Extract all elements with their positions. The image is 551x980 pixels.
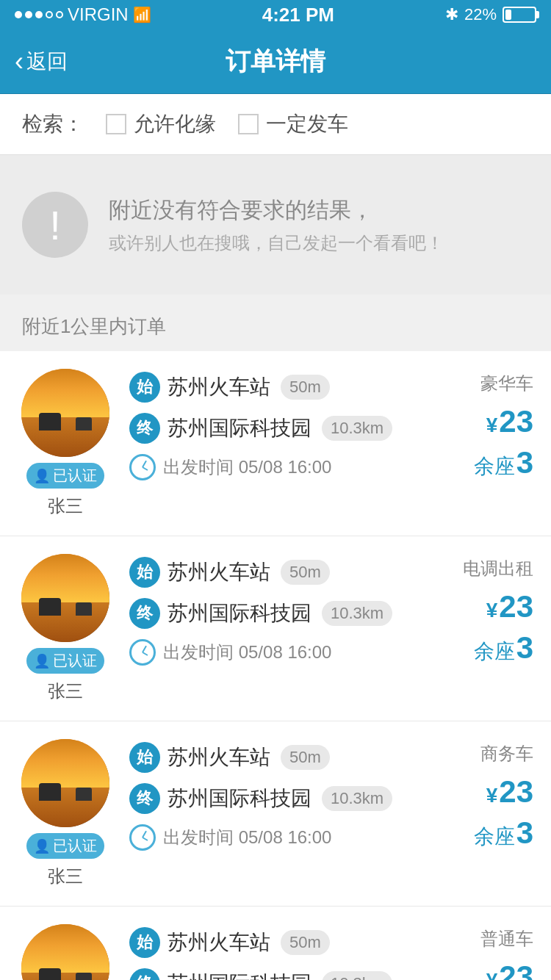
car-type: 电调出租 xyxy=(463,557,533,580)
avatar-water xyxy=(21,602,109,642)
end-badge: 终 xyxy=(129,413,160,444)
section-header: 附近1公里内订单 xyxy=(0,302,551,351)
seats-label: 余座 xyxy=(474,638,515,666)
status-right: ✱ 22% xyxy=(445,5,536,24)
order-info: 始 苏州火车站 50m 终 苏州国际科技园 10.3km 出发时间 05/08 … xyxy=(129,554,429,666)
avatar-rock1 xyxy=(39,968,61,980)
avatar-wrap: 👤 已认证 张三 xyxy=(18,739,113,888)
seats: 余座 3 xyxy=(474,630,533,666)
order-right: 电调出租 ¥ 23 余座 3 xyxy=(445,554,533,666)
avatar-water xyxy=(21,788,109,827)
order-card-3[interactable]: 👤 已认证 张三 始 苏州火车站 50m 终 苏州国际科技园 10.3km 出发… xyxy=(0,721,551,907)
end-distance: 10.3km xyxy=(322,601,392,626)
seats: 余座 3 xyxy=(474,815,533,851)
start-location: 苏州火车站 xyxy=(168,929,270,956)
depart-time: 出发时间 05/08 16:00 xyxy=(163,455,331,479)
avatar-rock2 xyxy=(76,973,92,980)
verified-label: 已认证 xyxy=(53,836,97,856)
clock-icon xyxy=(129,639,156,666)
price: ¥ 23 xyxy=(486,404,533,439)
end-badge: 终 xyxy=(129,598,160,629)
avatar-sky xyxy=(21,554,109,607)
end-badge: 终 xyxy=(129,783,160,814)
start-location: 苏州火车站 xyxy=(168,558,270,586)
price-value: 23 xyxy=(499,959,533,980)
start-row: 始 苏州火车站 50m xyxy=(129,742,429,773)
price: ¥ 23 xyxy=(486,589,533,624)
bluetooth-icon: ✱ xyxy=(445,5,458,24)
back-label: 返回 xyxy=(26,48,68,76)
avatar-water xyxy=(21,973,109,980)
no-results-sub: 或许别人也在搜哦，自己发起一个看看吧！ xyxy=(109,231,444,255)
seats-number: 3 xyxy=(516,630,533,666)
order-right: 普通车 ¥ 23 余座 3 xyxy=(445,924,533,980)
battery-percent: 22% xyxy=(464,5,497,24)
price-value: 23 xyxy=(499,774,533,810)
avatar-sky xyxy=(21,924,109,977)
start-row: 始 苏州火车站 50m xyxy=(129,557,429,588)
seats-label: 余座 xyxy=(474,453,515,480)
avatar-rock1 xyxy=(39,783,61,801)
page-title: 订单详情 xyxy=(226,45,325,79)
start-badge: 始 xyxy=(129,927,160,958)
time-row: 出发时间 05/08 16:00 xyxy=(129,824,429,851)
end-row: 终 苏州国际科技园 10.3km xyxy=(129,968,429,980)
avatar-image xyxy=(21,924,109,980)
no-results-text: 附近没有符合要求的结果， 或许别人也在搜哦，自己发起一个看看吧！ xyxy=(109,195,444,255)
dot5 xyxy=(56,11,63,18)
battery-icon xyxy=(503,7,536,23)
verified-badge: 👤 已认证 xyxy=(26,648,104,674)
end-distance: 10.3km xyxy=(322,416,392,441)
avatar-wrap: 👤 已认证 张三 xyxy=(18,369,113,518)
depart-time: 出发时间 05/08 16:00 xyxy=(163,826,331,849)
start-distance: 50m xyxy=(281,745,330,770)
end-distance: 10.3km xyxy=(322,971,392,980)
avatar-image xyxy=(21,739,109,827)
checkbox-fache[interactable] xyxy=(238,114,259,134)
status-left: VIRGIN 📶 xyxy=(15,4,151,25)
order-info: 始 苏州火车站 50m 终 苏州国际科技园 10.3km 出发时间 05/08 … xyxy=(129,369,429,480)
start-badge: 始 xyxy=(129,372,160,403)
search-label: 检索： xyxy=(22,110,84,138)
order-card-1[interactable]: 👤 已认证 张三 始 苏州火车站 50m 终 苏州国际科技园 10.3km 出发… xyxy=(0,351,551,536)
status-bar: VIRGIN 📶 4:21 PM ✱ 22% xyxy=(0,0,551,29)
no-results-main: 附近没有符合要求的结果， xyxy=(109,195,444,226)
checkbox-huayuan[interactable] xyxy=(106,114,126,134)
order-card-2[interactable]: 👤 已认证 张三 始 苏州火车站 50m 终 苏州国际科技园 10.3km 出发… xyxy=(0,536,551,721)
search-option-1[interactable]: 允许化缘 xyxy=(106,110,216,138)
avatar-wrap: 👤 已认证 张三 xyxy=(18,924,113,980)
avatar-sky xyxy=(21,369,109,422)
dot1 xyxy=(15,11,22,18)
start-distance: 50m xyxy=(281,930,330,955)
verified-icon: 👤 xyxy=(34,653,50,669)
verified-label: 已认证 xyxy=(53,466,97,486)
avatar-rock2 xyxy=(76,417,92,430)
dot2 xyxy=(25,11,32,18)
verified-label: 已认证 xyxy=(53,651,97,671)
avatar-wrap: 👤 已认证 张三 xyxy=(18,554,113,703)
avatar-rock2 xyxy=(76,788,92,801)
avatar-scene xyxy=(21,554,109,642)
depart-time: 出发时间 05/08 16:00 xyxy=(163,641,331,664)
order-right: 豪华车 ¥ 23 余座 3 xyxy=(445,369,533,480)
avatar-rock1 xyxy=(39,413,61,430)
end-row: 终 苏州国际科技园 10.3km xyxy=(129,598,429,629)
avatar-scene xyxy=(21,369,109,457)
order-info: 始 苏州火车站 50m 终 苏州国际科技园 10.3km 出发时间 05/08 … xyxy=(129,924,429,980)
user-name: 张三 xyxy=(48,865,83,888)
avatar-scene xyxy=(21,739,109,827)
seats: 余座 3 xyxy=(474,445,533,480)
avatar-scene xyxy=(21,924,109,980)
start-row: 始 苏州火车站 50m xyxy=(129,372,429,403)
start-distance: 50m xyxy=(281,375,330,400)
end-location: 苏州国际科技园 xyxy=(168,970,311,980)
avatar-image xyxy=(21,369,109,457)
back-chevron-icon: ‹ xyxy=(15,46,24,77)
back-button[interactable]: ‹ 返回 xyxy=(15,46,68,77)
orders-list: 👤 已认证 张三 始 苏州火车站 50m 终 苏州国际科技园 10.3km 出发… xyxy=(0,351,551,980)
order-card-4[interactable]: 👤 已认证 张三 始 苏州火车站 50m 终 苏州国际科技园 10.3km 出发… xyxy=(0,907,551,980)
price: ¥ 23 xyxy=(486,774,533,810)
order-info: 始 苏州火车站 50m 终 苏州国际科技园 10.3km 出发时间 05/08 … xyxy=(129,739,429,851)
search-option-2[interactable]: 一定发车 xyxy=(238,110,348,138)
end-location: 苏州国际科技园 xyxy=(168,599,311,627)
